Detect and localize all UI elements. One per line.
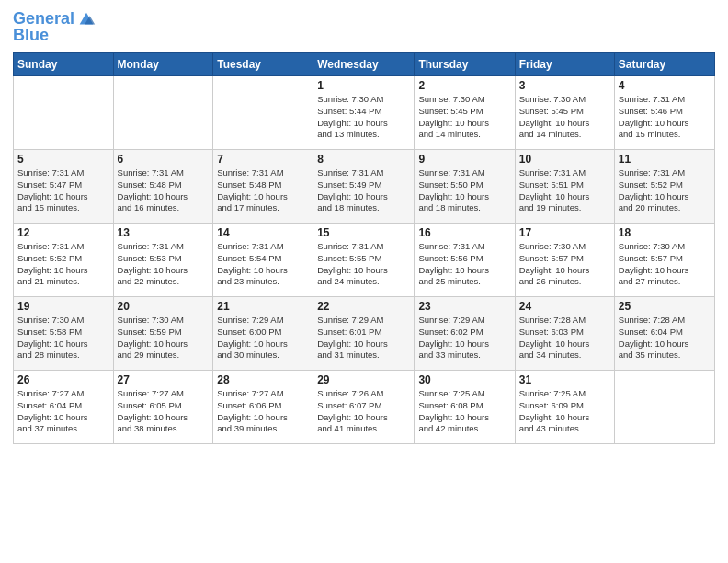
day-number: 7 [217, 153, 309, 166]
calendar-cell: 2Sunrise: 7:30 AM Sunset: 5:45 PM Daylig… [415, 76, 515, 150]
calendar-cell: 19Sunrise: 7:30 AM Sunset: 5:58 PM Dayli… [14, 297, 114, 371]
calendar-cell: 20Sunrise: 7:30 AM Sunset: 5:59 PM Dayli… [113, 297, 213, 371]
calendar-week-3: 12Sunrise: 7:31 AM Sunset: 5:52 PM Dayli… [14, 224, 715, 297]
calendar-cell: 8Sunrise: 7:31 AM Sunset: 5:49 PM Daylig… [313, 150, 415, 224]
day-info: Sunrise: 7:31 AM Sunset: 5:54 PM Dayligh… [217, 241, 309, 288]
calendar-cell: 13Sunrise: 7:31 AM Sunset: 5:53 PM Dayli… [113, 224, 213, 297]
calendar-cell: 5Sunrise: 7:31 AM Sunset: 5:47 PM Daylig… [14, 150, 114, 224]
calendar-cell: 30Sunrise: 7:25 AM Sunset: 6:08 PM Dayli… [415, 371, 515, 444]
calendar-cell: 11Sunrise: 7:31 AM Sunset: 5:52 PM Dayli… [614, 150, 714, 224]
calendar-cell: 24Sunrise: 7:28 AM Sunset: 6:03 PM Dayli… [515, 297, 614, 371]
day-number: 15 [317, 226, 410, 239]
calendar-cell [14, 76, 114, 150]
calendar-cell: 7Sunrise: 7:31 AM Sunset: 5:48 PM Daylig… [213, 150, 313, 224]
day-info: Sunrise: 7:31 AM Sunset: 5:48 PM Dayligh… [118, 167, 210, 214]
calendar-cell: 31Sunrise: 7:25 AM Sunset: 6:09 PM Dayli… [515, 371, 614, 444]
day-info: Sunrise: 7:27 AM Sunset: 6:05 PM Dayligh… [118, 388, 210, 435]
header: General Blue [13, 9, 715, 45]
calendar-cell: 17Sunrise: 7:30 AM Sunset: 5:57 PM Dayli… [515, 224, 614, 297]
day-info: Sunrise: 7:26 AM Sunset: 6:07 PM Dayligh… [317, 388, 410, 435]
day-info: Sunrise: 7:27 AM Sunset: 6:04 PM Dayligh… [17, 388, 109, 435]
calendar-week-5: 26Sunrise: 7:27 AM Sunset: 6:04 PM Dayli… [14, 371, 715, 444]
day-info: Sunrise: 7:31 AM Sunset: 5:48 PM Dayligh… [217, 167, 309, 214]
weekday-wednesday: Wednesday [313, 53, 415, 76]
day-number: 8 [317, 153, 410, 166]
day-number: 6 [118, 153, 210, 166]
day-number: 17 [519, 226, 610, 239]
day-info: Sunrise: 7:31 AM Sunset: 5:55 PM Dayligh… [317, 241, 410, 288]
calendar-cell [614, 371, 714, 444]
logo: General Blue [13, 9, 97, 45]
day-info: Sunrise: 7:31 AM Sunset: 5:53 PM Dayligh… [118, 241, 210, 288]
day-info: Sunrise: 7:31 AM Sunset: 5:49 PM Dayligh… [317, 167, 410, 214]
day-number: 13 [118, 226, 210, 239]
day-number: 4 [619, 79, 711, 92]
calendar-cell: 22Sunrise: 7:29 AM Sunset: 6:01 PM Dayli… [313, 297, 415, 371]
day-number: 11 [619, 153, 711, 166]
day-number: 1 [317, 79, 410, 92]
calendar-cell: 1Sunrise: 7:30 AM Sunset: 5:44 PM Daylig… [313, 76, 415, 150]
calendar-cell: 21Sunrise: 7:29 AM Sunset: 6:00 PM Dayli… [213, 297, 313, 371]
day-number: 18 [619, 226, 711, 239]
calendar-week-4: 19Sunrise: 7:30 AM Sunset: 5:58 PM Dayli… [14, 297, 715, 371]
calendar-cell [213, 76, 313, 150]
day-number: 3 [519, 79, 610, 92]
day-number: 19 [17, 300, 109, 313]
day-info: Sunrise: 7:30 AM Sunset: 5:45 PM Dayligh… [418, 94, 510, 141]
calendar-cell: 27Sunrise: 7:27 AM Sunset: 6:05 PM Dayli… [113, 371, 213, 444]
calendar-cell: 9Sunrise: 7:31 AM Sunset: 5:50 PM Daylig… [415, 150, 515, 224]
weekday-thursday: Thursday [415, 53, 515, 76]
day-number: 31 [519, 373, 610, 386]
calendar-cell: 10Sunrise: 7:31 AM Sunset: 5:51 PM Dayli… [515, 150, 614, 224]
day-number: 29 [317, 373, 410, 386]
day-info: Sunrise: 7:31 AM Sunset: 5:50 PM Dayligh… [418, 167, 510, 214]
day-info: Sunrise: 7:30 AM Sunset: 5:44 PM Dayligh… [317, 94, 410, 141]
weekday-friday: Friday [515, 53, 614, 76]
day-info: Sunrise: 7:25 AM Sunset: 6:08 PM Dayligh… [418, 388, 510, 435]
calendar-week-2: 5Sunrise: 7:31 AM Sunset: 5:47 PM Daylig… [14, 150, 715, 224]
day-info: Sunrise: 7:25 AM Sunset: 6:09 PM Dayligh… [519, 388, 610, 435]
day-number: 5 [17, 153, 109, 166]
calendar-cell: 28Sunrise: 7:27 AM Sunset: 6:06 PM Dayli… [213, 371, 313, 444]
day-number: 23 [418, 300, 510, 313]
calendar-cell: 16Sunrise: 7:31 AM Sunset: 5:56 PM Dayli… [415, 224, 515, 297]
day-number: 2 [418, 79, 510, 92]
day-info: Sunrise: 7:29 AM Sunset: 6:01 PM Dayligh… [317, 315, 410, 362]
day-info: Sunrise: 7:27 AM Sunset: 6:06 PM Dayligh… [217, 388, 309, 435]
day-number: 10 [519, 153, 610, 166]
day-info: Sunrise: 7:30 AM Sunset: 5:45 PM Dayligh… [519, 94, 610, 141]
weekday-tuesday: Tuesday [213, 53, 313, 76]
weekday-header-row: SundayMondayTuesdayWednesdayThursdayFrid… [14, 53, 715, 76]
calendar-cell: 12Sunrise: 7:31 AM Sunset: 5:52 PM Dayli… [14, 224, 114, 297]
day-info: Sunrise: 7:31 AM Sunset: 5:47 PM Dayligh… [17, 167, 109, 214]
day-number: 9 [418, 153, 510, 166]
page-container: General Blue SundayMondayTuesdayWednesda… [0, 0, 728, 563]
day-number: 20 [118, 300, 210, 313]
calendar-cell [113, 76, 213, 150]
day-info: Sunrise: 7:29 AM Sunset: 6:00 PM Dayligh… [217, 315, 309, 362]
day-number: 21 [217, 300, 309, 313]
calendar-cell: 3Sunrise: 7:30 AM Sunset: 5:45 PM Daylig… [515, 76, 614, 150]
calendar-week-1: 1Sunrise: 7:30 AM Sunset: 5:44 PM Daylig… [14, 76, 715, 150]
calendar-cell: 29Sunrise: 7:26 AM Sunset: 6:07 PM Dayli… [313, 371, 415, 444]
day-info: Sunrise: 7:30 AM Sunset: 5:59 PM Dayligh… [118, 315, 210, 362]
day-number: 14 [217, 226, 309, 239]
day-number: 16 [418, 226, 510, 239]
day-info: Sunrise: 7:31 AM Sunset: 5:51 PM Dayligh… [519, 167, 610, 214]
day-number: 30 [418, 373, 510, 386]
weekday-sunday: Sunday [14, 53, 114, 76]
day-number: 28 [217, 373, 309, 386]
day-info: Sunrise: 7:31 AM Sunset: 5:56 PM Dayligh… [418, 241, 510, 288]
calendar-cell: 14Sunrise: 7:31 AM Sunset: 5:54 PM Dayli… [213, 224, 313, 297]
day-info: Sunrise: 7:30 AM Sunset: 5:57 PM Dayligh… [519, 241, 610, 288]
calendar-cell: 15Sunrise: 7:31 AM Sunset: 5:55 PM Dayli… [313, 224, 415, 297]
calendar-cell: 6Sunrise: 7:31 AM Sunset: 5:48 PM Daylig… [113, 150, 213, 224]
day-number: 12 [17, 226, 109, 239]
calendar-cell: 18Sunrise: 7:30 AM Sunset: 5:57 PM Dayli… [614, 224, 714, 297]
day-info: Sunrise: 7:28 AM Sunset: 6:04 PM Dayligh… [619, 315, 711, 362]
day-number: 26 [17, 373, 109, 386]
day-number: 25 [619, 300, 711, 313]
calendar-cell: 26Sunrise: 7:27 AM Sunset: 6:04 PM Dayli… [14, 371, 114, 444]
weekday-saturday: Saturday [614, 53, 714, 76]
day-info: Sunrise: 7:30 AM Sunset: 5:57 PM Dayligh… [619, 241, 711, 288]
